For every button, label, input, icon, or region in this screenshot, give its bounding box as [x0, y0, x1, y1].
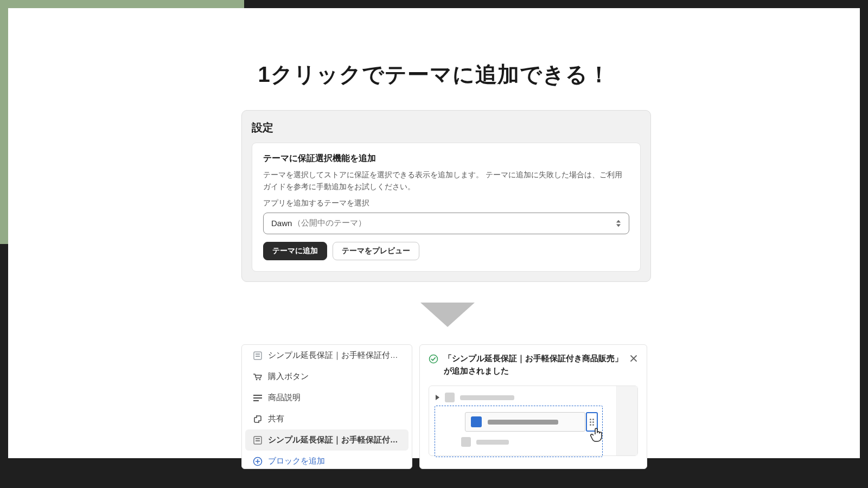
caret-right-icon [436, 395, 439, 400]
block-icon [253, 435, 263, 445]
add-to-theme-label: テーマに追加 [272, 246, 318, 256]
close-icon[interactable] [629, 354, 638, 363]
placeholder-bar [488, 420, 558, 425]
drop-target [435, 406, 603, 457]
theme-select[interactable]: Dawn （公開中のテーマ） [263, 213, 629, 234]
sidebar-item-label: シンプル延長保証｜お手軽保証付… [268, 435, 398, 445]
add-block-button[interactable]: ブロックを追加 [242, 451, 412, 469]
svg-rect-5 [253, 395, 262, 396]
add-block-label: ブロックを追加 [268, 456, 325, 466]
cart-icon [253, 372, 263, 382]
lower-panels: シンプル延長保証｜お手軽保証付… 購入ボタン 商品説明 共有 [241, 344, 647, 469]
svg-point-3 [256, 378, 258, 380]
placeholder-bar [476, 440, 509, 445]
theme-select-label: アプリを追加するテーマを選択 [263, 198, 629, 208]
toast-header: 「シンプル延長保証｜お手軽保証付き商品販売」が追加されました [420, 345, 647, 382]
sidebar-item-buy-button[interactable]: 購入ボタン [242, 366, 412, 387]
toast-message: 「シンプル延長保証｜お手軽保証付き商品販売」が追加されました [444, 352, 624, 377]
share-icon [253, 414, 263, 424]
sidebar-item-label: 共有 [268, 414, 284, 424]
lines-icon [253, 393, 263, 403]
settings-description: テーマを選択してストアに保証を選択できる表示を追加します。 テーマに追加に失敗し… [263, 169, 629, 193]
settings-inner-card: テーマに保証選択機能を追加 テーマを選択してストアに保証を選択できる表示を追加し… [252, 143, 641, 272]
structure-preview [429, 386, 638, 456]
theme-select-value-suffix: （公開中のテーマ） [293, 218, 366, 228]
settings-title: 設定 [252, 120, 641, 135]
sidebar-item-app-block-2[interactable]: シンプル延長保証｜お手軽保証付… [245, 429, 409, 451]
sidebar-item-description[interactable]: 商品説明 [242, 387, 412, 408]
settings-button-row: テーマに追加 テーマをプレビュー [263, 242, 629, 260]
settings-card: 設定 テーマに保証選択機能を追加 テーマを選択してストアに保証を選択できる表示を… [241, 110, 651, 282]
sidebar-item-app-block-1[interactable]: シンプル延長保証｜お手軽保証付… [242, 345, 412, 366]
svg-rect-6 [253, 397, 262, 399]
app-block-icon [471, 416, 482, 427]
svg-point-4 [259, 378, 261, 380]
white-stage: 1クリックでテーマに追加できる！ 設定 テーマに保証選択機能を追加 テーマを選択… [8, 8, 860, 458]
selected-block[interactable] [465, 412, 585, 432]
cursor-hand-icon [590, 427, 603, 440]
svg-rect-7 [253, 400, 259, 401]
svg-rect-10 [256, 440, 260, 441]
check-circle-icon [429, 354, 438, 364]
svg-rect-1 [256, 354, 260, 355]
toast-panel: 「シンプル延長保証｜お手軽保証付き商品販売」が追加されました [419, 344, 647, 469]
drag-dots-icon [590, 419, 594, 426]
sidebar-item-label: 購入ボタン [268, 371, 309, 382]
add-to-theme-button[interactable]: テーマに追加 [263, 242, 327, 260]
placeholder-bar [460, 395, 514, 400]
arrow-down-icon [420, 303, 475, 327]
theme-editor-sidebar: シンプル延長保証｜お手軽保証付… 購入ボタン 商品説明 共有 [241, 344, 412, 469]
slide-headline: 1クリックでテーマに追加できる！ [8, 60, 860, 89]
sidebar-item-label: 商品説明 [268, 393, 301, 403]
sidebar-item-share[interactable]: 共有 [242, 408, 412, 429]
preview-theme-button[interactable]: テーマをプレビュー [333, 242, 419, 260]
preview-row-sibling [461, 437, 509, 447]
block-icon [253, 351, 263, 361]
select-chevron-icon [616, 220, 621, 227]
preview-theme-label: テーマをプレビュー [342, 246, 410, 256]
placeholder-square-icon [461, 437, 471, 447]
preview-row-parent [436, 393, 514, 402]
settings-subtitle: テーマに保証選択機能を追加 [263, 153, 629, 164]
placeholder-square-icon [445, 393, 455, 402]
theme-select-value: Dawn [271, 219, 292, 228]
sidebar-item-label: シンプル延長保証｜お手軽保証付… [268, 350, 398, 361]
svg-rect-2 [256, 356, 260, 357]
plus-circle-icon [253, 457, 263, 466]
svg-rect-9 [256, 438, 260, 439]
